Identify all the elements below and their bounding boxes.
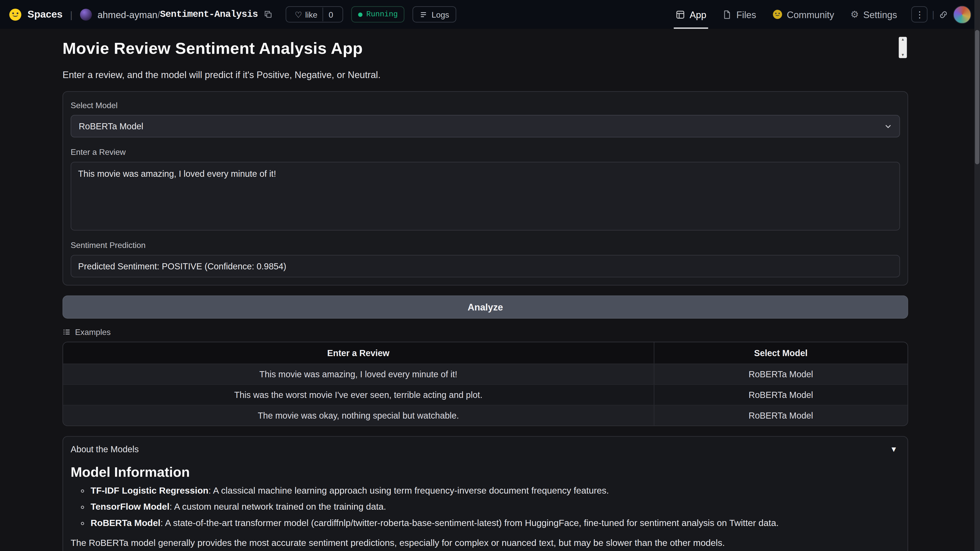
breadcrumb-slash: / [158,9,160,20]
review-field: Enter a Review This movie was amazing, I… [71,148,900,230]
iframe-scrollbar[interactable]: ▲ ▼ [899,37,907,58]
like-label: like [305,10,318,19]
like-count[interactable]: 0 [322,7,339,21]
about-footer-note: The RoBERTa model generally provides the… [71,538,900,548]
running-status-label: Running [366,10,398,19]
logs-label: Logs [431,10,449,19]
model-list-item: TensorFlow Model: A custom neural networ… [91,502,900,512]
tab-app[interactable]: App [668,0,714,29]
running-dot-icon [358,12,363,17]
model-select-field: Select Model RoBERTa Model [71,100,900,137]
example-row[interactable]: The movie was okay, nothing special but … [63,405,907,426]
tab-community[interactable]: Community [764,0,842,29]
model-term: TF-IDF Logistic Regression [91,486,208,495]
more-options-button[interactable]: ⋮ [912,6,928,22]
huggingface-logo-icon[interactable] [9,8,22,21]
tab-files[interactable]: Files [714,0,764,29]
examples-col-review: Enter a Review [63,342,654,364]
about-accordion-title: About the Models [71,444,139,454]
tab-community-label: Community [787,9,834,20]
example-review-cell: This was the worst movie I've ever seen,… [63,385,654,405]
example-row[interactable]: This was the worst movie I've ever seen,… [63,384,907,405]
heart-icon: ♡ [295,10,302,19]
like-button-left: ♡ like [290,7,322,21]
example-review-cell: The movie was okay, nothing special but … [63,405,654,425]
tab-app-label: App [690,9,706,20]
tab-settings[interactable]: ⚙ Settings [842,0,905,29]
repo-name-link[interactable]: Sentiment-Analysis [160,9,258,20]
examples-icon [62,328,71,336]
input-panel: Select Model RoBERTa Model Enter a Revie… [62,91,908,286]
about-accordion-body: Model Information TF-IDF Logistic Regres… [71,464,900,548]
page-title: Movie Review Sentiment Analysis App [62,39,908,58]
model-select-label: Select Model [71,100,900,110]
nav-divider: | [932,10,934,19]
tab-settings-label: Settings [863,9,897,20]
prediction-output: Predicted Sentiment: POSITIVE (Confidenc… [71,255,900,277]
owner-name-link[interactable]: ahmed-ayman [97,9,158,20]
prediction-field: Sentiment Prediction Predicted Sentiment… [71,241,900,277]
example-model-cell: RoBERTa Model [654,364,907,384]
examples-label: Examples [75,327,111,337]
topbar-nav: App Files Community ⚙ Settings ⋮ | [668,0,971,29]
screen: Spaces | ahmed-ayman / Sentiment-Analysi… [0,0,980,551]
about-accordion: About the Models ▼ Model Information TF-… [62,436,908,551]
user-avatar[interactable] [953,5,971,24]
owner-avatar[interactable] [80,8,92,21]
app-icon [676,10,685,19]
model-list-item: RoBERTa Model: A state-of-the-art transf… [91,518,900,528]
page-scrollbar-thumb[interactable] [975,30,979,165]
examples-header: Examples [62,327,908,337]
about-accordion-header[interactable]: About the Models ▼ [71,444,900,454]
model-term: RoBERTa Model [91,518,161,528]
community-hf-icon [773,10,783,19]
spaces-brand-label[interactable]: Spaces [27,9,62,20]
examples-col-model: Select Model [654,342,907,364]
model-desc: : A state-of-the-art transformer model (… [161,518,779,528]
page-scrollbar[interactable] [974,0,980,551]
review-input-label: Enter a Review [71,148,900,157]
example-model-cell: RoBERTa Model [654,385,907,405]
model-list: TF-IDF Logistic Regression: A classical … [71,486,900,528]
examples-table-header: Enter a Review Select Model [63,342,907,364]
gear-icon: ⚙ [850,9,859,20]
prediction-value: Predicted Sentiment: POSITIVE (Confidenc… [78,261,286,271]
like-button[interactable]: ♡ like 0 [285,6,343,22]
analyze-button[interactable]: Analyze [62,295,908,319]
huggingface-topbar: Spaces | ahmed-ayman / Sentiment-Analysi… [0,0,980,29]
review-input[interactable]: This movie was amazing, I loved every mi… [71,162,900,230]
gradio-app: Movie Review Sentiment Analysis App Ente… [0,39,980,551]
logs-icon [420,10,428,18]
files-icon [722,10,732,19]
tab-files-label: Files [736,9,756,20]
example-model-cell: RoBERTa Model [654,405,907,425]
scroll-down-icon[interactable]: ▼ [901,53,905,57]
scroll-up-icon[interactable]: ▲ [901,38,905,42]
breadcrumb: ahmed-ayman / Sentiment-Analysis [97,9,258,20]
accordion-collapse-icon[interactable]: ▼ [890,445,897,454]
copy-repo-name-icon[interactable] [264,10,272,19]
kebab-icon: ⋮ [915,10,924,19]
examples-table: Enter a Review Select Model This movie w… [62,342,908,426]
example-review-cell: This movie was amazing, I loved every mi… [63,364,654,384]
page-subtitle: Enter a review, and the model will predi… [62,69,908,80]
model-information-heading: Model Information [71,464,900,481]
model-list-item: TF-IDF Logistic Regression: A classical … [91,486,900,495]
model-term: TensorFlow Model [91,502,169,512]
model-desc: : A custom neural network trained on the… [169,502,386,512]
chevron-down-icon [884,122,892,130]
model-select-value: RoBERTa Model [79,121,143,131]
example-row[interactable]: This movie was amazing, I loved every mi… [63,364,907,384]
running-status-badge[interactable]: Running [351,6,404,22]
embed-link-icon[interactable] [939,10,948,19]
breadcrumb-divider: | [70,9,73,20]
prediction-label: Sentiment Prediction [71,241,900,250]
model-desc: : A classical machine learning approach … [208,486,609,495]
logs-button[interactable]: Logs [413,6,456,22]
model-select-dropdown[interactable]: RoBERTa Model [71,115,900,138]
